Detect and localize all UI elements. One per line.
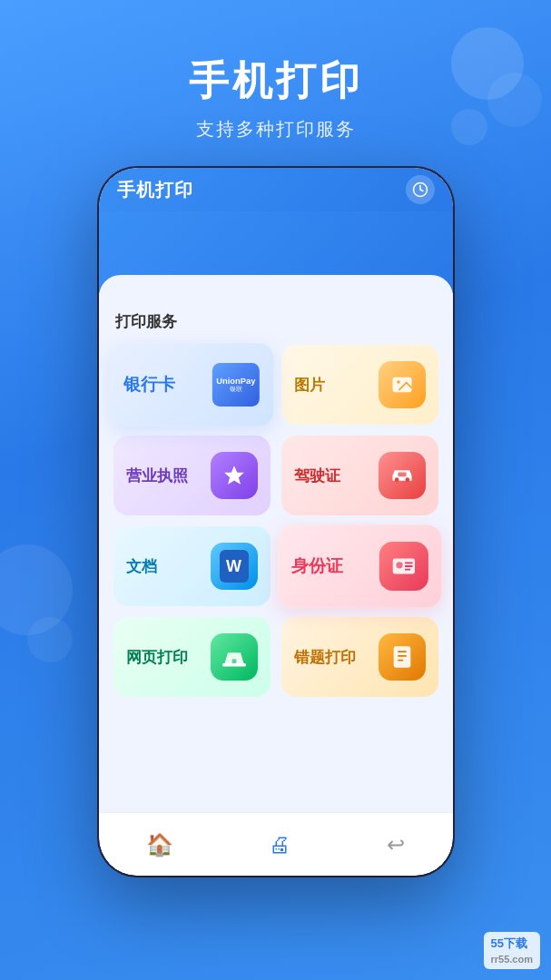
svg-rect-12 <box>222 663 246 667</box>
service-card-id[interactable]: 身份证 <box>278 524 441 608</box>
watermark-site: 55下载 <box>491 936 527 950</box>
phone-status-bar: 手机打印 <box>99 168 453 211</box>
svg-rect-14 <box>393 646 410 667</box>
doc-icon: W <box>211 543 258 590</box>
bg-decoration-5 <box>27 617 73 662</box>
card-doc-label: 文档 <box>126 556 157 577</box>
bank-icon: UnionPay 银联 <box>211 360 260 409</box>
nav-print[interactable]: 🖨 <box>269 832 290 858</box>
service-grid: 银行卡 UnionPay 银联 图片 <box>113 345 438 697</box>
nav-home[interactable]: 🏠 <box>146 832 173 858</box>
watermark: 55下载 rr55.com <box>484 932 540 969</box>
business-icon <box>211 452 258 499</box>
print-icon: 🖨 <box>269 832 290 858</box>
card-bank-label: 银行卡 <box>123 374 174 397</box>
driver-icon <box>379 452 426 499</box>
svg-point-5 <box>405 477 409 482</box>
card-photo-label: 图片 <box>294 375 325 396</box>
watermark-url: rr55.com <box>491 954 533 965</box>
phone-header-bg <box>99 211 453 293</box>
header-subtitle: 支持多种打印服务 <box>0 117 551 142</box>
nav-back[interactable]: ↩ <box>387 832 405 858</box>
service-card-bank[interactable]: 银行卡 UnionPay 银联 <box>110 343 273 426</box>
phone-app-title: 手机打印 <box>117 178 193 202</box>
phone-mockup: 手机打印 打印服务 银行卡 UnionPay 银 <box>99 168 453 876</box>
service-card-driver[interactable]: 驾驶证 <box>281 436 438 515</box>
card-id-label: 身份证 <box>291 555 342 578</box>
service-card-error[interactable]: 错题打印 <box>281 617 438 697</box>
card-web-label: 网页打印 <box>126 647 188 668</box>
service-card-doc[interactable]: 文档 W <box>113 526 271 606</box>
card-error-label: 错题打印 <box>294 647 356 668</box>
back-icon: ↩ <box>387 832 405 858</box>
section-title: 打印服务 <box>113 311 438 332</box>
phone-content: 打印服务 银行卡 UnionPay 银联 图片 <box>99 293 453 697</box>
svg-marker-3 <box>224 466 244 485</box>
card-driver-label: 驾驶证 <box>294 466 340 486</box>
service-card-photo[interactable]: 图片 <box>281 345 438 425</box>
header-title: 手机打印 <box>0 54 551 108</box>
id-icon <box>379 542 428 591</box>
phone-bottom-nav: 🏠 🖨 ↩ <box>99 812 453 876</box>
phone-screen: 手机打印 打印服务 银行卡 UnionPay 银 <box>99 168 453 876</box>
error-icon <box>379 633 426 681</box>
home-icon: 🏠 <box>146 832 173 858</box>
svg-point-4 <box>394 477 398 482</box>
unionpay-logo-text: UnionPay <box>216 376 255 385</box>
service-card-business[interactable]: 营业执照 <box>113 436 271 515</box>
history-icon-button[interactable] <box>406 175 435 204</box>
svg-rect-13 <box>231 659 236 663</box>
service-card-web[interactable]: 网页打印 <box>113 617 271 697</box>
photo-icon <box>379 361 426 408</box>
header-section: 手机打印 支持多种打印服务 <box>0 0 551 142</box>
svg-point-2 <box>397 380 400 384</box>
svg-rect-6 <box>398 473 406 477</box>
card-business-label: 营业执照 <box>126 466 188 486</box>
web-icon <box>211 633 258 681</box>
